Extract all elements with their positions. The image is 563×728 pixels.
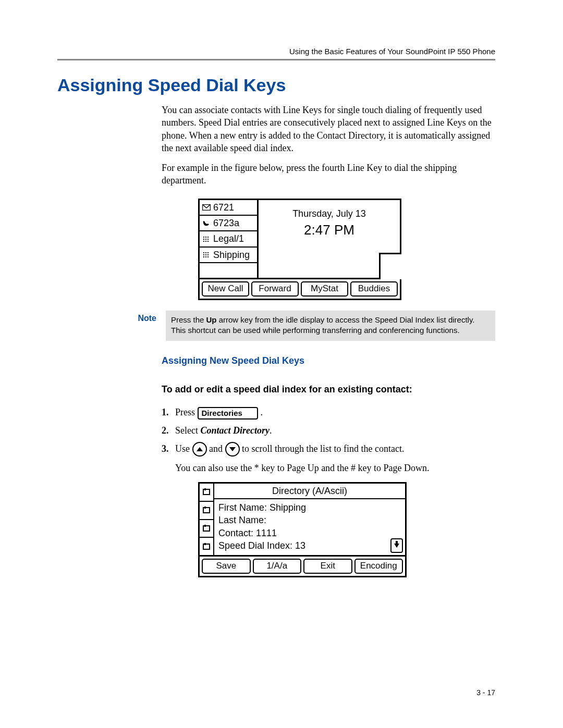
section-subtitle: Assigning New Speed Dial Keys bbox=[162, 354, 495, 367]
step-2-em: Contact Directory bbox=[200, 425, 270, 436]
svg-rect-26 bbox=[204, 543, 206, 545]
idle-time: 2:47 PM bbox=[259, 221, 400, 239]
softkey-new-call: New Call bbox=[202, 281, 249, 297]
speed-dial-icon bbox=[202, 236, 211, 243]
intro-para-1: You can associate contacts with Line Key… bbox=[162, 104, 495, 154]
svg-rect-18 bbox=[207, 256, 209, 257]
svg-rect-8 bbox=[205, 241, 206, 242]
intro-para-2: For example in the figure below, press t… bbox=[162, 162, 495, 187]
note-bold: Up bbox=[206, 315, 217, 324]
phone-screen-directory: Directory (A/Ascii) First Name: Shipping… bbox=[198, 482, 407, 577]
speed-dial-icon bbox=[202, 251, 211, 258]
line-key-5-empty bbox=[200, 263, 257, 278]
step-2-pre: Select bbox=[175, 425, 200, 436]
field-first-name: First Name: Shipping bbox=[218, 501, 401, 514]
line-key-2: 6723a bbox=[200, 216, 257, 231]
svg-rect-14 bbox=[205, 254, 206, 255]
svg-rect-16 bbox=[203, 256, 204, 257]
softkey-encoding: Encoding bbox=[354, 559, 403, 574]
softkey-forward: Forward bbox=[251, 281, 299, 297]
steps-list: 1. Press Directories . 2. Select Contact… bbox=[162, 405, 495, 456]
directory-title: Directory (A/Ascii) bbox=[214, 484, 405, 498]
softkey-buddies: Buddies bbox=[350, 281, 398, 297]
softkeys: Save 1/A/a Exit Encoding bbox=[200, 555, 405, 576]
svg-rect-5 bbox=[205, 239, 206, 240]
step-1-pre: Press bbox=[175, 407, 198, 417]
note-block: Note Press the Up arrow key from the idl… bbox=[125, 311, 495, 341]
svg-rect-12 bbox=[207, 252, 209, 253]
svg-rect-15 bbox=[207, 254, 209, 255]
idle-date: Thursday, July 13 bbox=[259, 207, 400, 220]
note-post: arrow key from the idle display to acces… bbox=[171, 315, 474, 335]
line-key-3: Legal/1 bbox=[200, 231, 257, 247]
directories-button-icon: Directories bbox=[198, 407, 258, 419]
softkey-mode: 1/A/a bbox=[253, 559, 302, 574]
svg-rect-13 bbox=[203, 254, 204, 255]
svg-rect-10 bbox=[203, 252, 204, 253]
step-number: 3. bbox=[162, 441, 175, 456]
svg-rect-24 bbox=[204, 525, 206, 527]
directory-side-icons bbox=[200, 484, 214, 555]
contact-icon bbox=[200, 502, 213, 520]
svg-rect-2 bbox=[205, 237, 206, 238]
svg-rect-7 bbox=[203, 241, 204, 242]
step-2: 2. Select Contact Directory. bbox=[162, 423, 495, 438]
scroll-down-icon bbox=[390, 538, 403, 553]
svg-rect-6 bbox=[207, 239, 209, 240]
line-key-2-label: 6723a bbox=[213, 217, 239, 229]
header-rule bbox=[57, 59, 495, 60]
step-3: 3. Use and to scroll through the list to… bbox=[162, 441, 495, 457]
step-3-post: to scroll through the list to find the c… bbox=[242, 443, 404, 454]
field-speed-dial-index: Speed Dial Index: 13 bbox=[218, 539, 401, 552]
step-2-post: . bbox=[270, 425, 272, 436]
field-last-name: Last Name: bbox=[218, 514, 401, 526]
softkey-exit: Exit bbox=[303, 559, 352, 574]
svg-rect-20 bbox=[204, 488, 206, 490]
screen-notch bbox=[379, 253, 401, 279]
line-key-1-label: 6721 bbox=[213, 201, 234, 214]
page-title: Assigning Speed Dial Keys bbox=[57, 75, 495, 95]
svg-rect-19 bbox=[203, 489, 210, 495]
svg-rect-4 bbox=[203, 239, 204, 240]
step-1-post: . bbox=[260, 407, 263, 417]
note-body: Press the Up arrow key from the idle dis… bbox=[166, 311, 495, 341]
body: You can associate contacts with Line Key… bbox=[162, 104, 495, 311]
step-number: 1. bbox=[162, 405, 175, 420]
contact-icon bbox=[200, 520, 213, 538]
svg-rect-9 bbox=[207, 241, 209, 242]
page-number: 3 - 17 bbox=[476, 688, 495, 697]
running-header: Using the Basic Features of Your SoundPo… bbox=[57, 47, 495, 56]
contact-icon bbox=[200, 484, 213, 502]
svg-rect-22 bbox=[204, 507, 206, 509]
step-3-mid: and bbox=[209, 443, 225, 454]
step-3-note: You can also use the * key to Page Up an… bbox=[175, 462, 495, 474]
step-1: 1. Press Directories . bbox=[162, 405, 495, 420]
svg-rect-17 bbox=[205, 256, 206, 257]
svg-rect-1 bbox=[203, 237, 204, 238]
phone-icon bbox=[202, 219, 211, 227]
step-3-pre: Use bbox=[175, 443, 192, 454]
softkeys: New Call Forward MyStat Buddies bbox=[200, 278, 400, 299]
down-arrow-icon bbox=[225, 442, 240, 456]
contact-icon bbox=[200, 538, 213, 555]
note-label: Note bbox=[125, 311, 166, 323]
document-page: Using the Basic Features of Your SoundPo… bbox=[0, 0, 563, 728]
line-keys: 6721 6723a Legal/1 bbox=[200, 200, 259, 278]
softkey-save: Save bbox=[202, 559, 251, 574]
step-number: 2. bbox=[162, 423, 175, 438]
line-key-3-label: Legal/1 bbox=[213, 232, 244, 245]
envelope-icon bbox=[202, 204, 211, 211]
svg-rect-11 bbox=[205, 252, 206, 253]
line-key-4-label: Shipping bbox=[213, 249, 250, 261]
line-key-1: 6721 bbox=[200, 200, 257, 216]
svg-rect-23 bbox=[203, 526, 210, 531]
note-pre: Press the bbox=[171, 315, 206, 324]
field-contact: Contact: 1111 bbox=[218, 527, 401, 539]
phone-screen-idle: 6721 6723a Legal/1 bbox=[198, 199, 401, 300]
svg-rect-21 bbox=[203, 508, 210, 513]
up-arrow-icon bbox=[192, 442, 207, 456]
softkey-mystat: MyStat bbox=[301, 281, 348, 297]
task-title: To add or edit a speed dial index for an… bbox=[162, 383, 495, 396]
svg-rect-3 bbox=[207, 237, 209, 238]
svg-rect-25 bbox=[203, 544, 210, 549]
